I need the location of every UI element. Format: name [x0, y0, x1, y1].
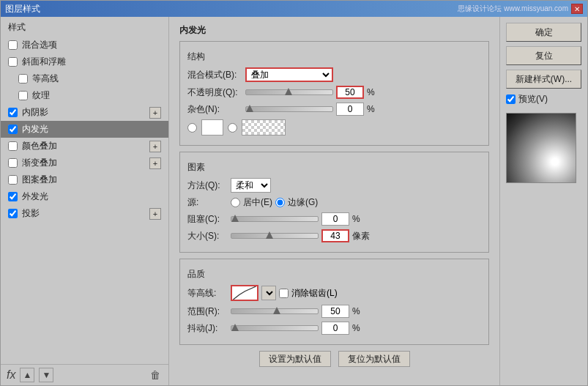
sidebar-item-neifaguang[interactable]: 内发光: [1, 121, 168, 138]
reset-default-button[interactable]: 复位为默认值: [338, 351, 410, 367]
checkbox-neifaguang[interactable]: [8, 125, 18, 134]
reset-button[interactable]: 复位: [506, 46, 581, 65]
label-neiyingying: 内阴影: [22, 106, 149, 119]
contour-row: 等高线: 消除锯齿(L): [187, 285, 481, 301]
method-select[interactable]: 柔和 精确: [231, 178, 271, 193]
size-slider[interactable]: [231, 233, 319, 239]
preview-gradient: [506, 113, 576, 183]
sidebar-item-tusandieja[interactable]: 图案叠加: [1, 171, 168, 188]
checkbox-hunhe[interactable]: [8, 40, 18, 50]
blend-mode-label: 混合模式(B):: [187, 69, 242, 81]
sidebar-item-hunhe[interactable]: 混合选项: [1, 37, 168, 53]
noise-slider[interactable]: [245, 106, 333, 112]
size-unit: 像素: [352, 230, 370, 242]
range-unit: %: [352, 306, 360, 316]
sidebar-item-yansedieja[interactable]: 颜色叠加 +: [1, 138, 168, 155]
radio-group-color: [187, 123, 197, 133]
sidebar-item-jiansedieja[interactable]: 渐变叠加 +: [1, 155, 168, 171]
method-label: 方法(Q):: [187, 179, 228, 192]
right-panel: 确定 复位 新建样式(W)... 预览(V): [499, 17, 587, 385]
checkbox-waifaguang[interactable]: [8, 192, 18, 201]
noise-input[interactable]: [336, 103, 364, 116]
radio-gradient[interactable]: [228, 123, 237, 133]
center-label: 居中(E): [243, 196, 272, 209]
label-hunhe: 混合选项: [22, 39, 161, 51]
sidebar-item-waifaguang[interactable]: 外发光: [1, 188, 168, 205]
plus-yansedieja[interactable]: +: [149, 141, 161, 152]
plus-jiansedieja[interactable]: +: [149, 157, 161, 169]
range-input[interactable]: [321, 305, 349, 318]
label-tusandieja: 图案叠加: [22, 174, 161, 186]
up-button[interactable]: ▲: [20, 368, 34, 382]
checkbox-denggaoxian[interactable]: [18, 74, 28, 83]
label-denggaoxian: 等高线: [32, 73, 161, 85]
source-label: 源:: [187, 196, 228, 209]
jitter-label: 抖动(J):: [187, 322, 228, 335]
noise-unit: %: [367, 104, 375, 114]
center-panel: 内发光 结构 混合模式(B): 叠加 正常 滤色 溶解 不透明度(Q):: [169, 17, 499, 385]
contour-preview[interactable]: [231, 285, 258, 301]
brand-text: 思缘设计论坛 www.missyuan.com: [458, 4, 568, 14]
preview-label: 预览(V): [518, 93, 548, 105]
antialias-label: 消除锯齿(L): [291, 287, 338, 300]
sidebar-item-xieshe[interactable]: 斜面和浮雕: [1, 53, 168, 70]
gradient-swatch[interactable]: [242, 119, 286, 136]
range-label: 范围(R):: [187, 305, 228, 318]
plus-touying[interactable]: +: [149, 208, 161, 220]
jitter-input[interactable]: [321, 322, 349, 335]
radio-center[interactable]: [231, 198, 240, 207]
source-row: 源: 居中(E) 边缘(G): [187, 196, 481, 209]
label-wenli: 纹理: [32, 89, 161, 102]
jitter-slider[interactable]: [231, 325, 319, 331]
range-slider[interactable]: [231, 308, 319, 314]
range-row: 范围(R): %: [187, 305, 481, 318]
confirm-button[interactable]: 确定: [506, 23, 581, 42]
close-button[interactable]: ✕: [571, 4, 583, 14]
trash-button[interactable]: 🗑: [148, 368, 163, 382]
plus-neiyingying[interactable]: +: [149, 107, 161, 119]
opacity-unit: %: [367, 87, 375, 97]
dialog: 图层样式 思缘设计论坛 www.missyuan.com ✕ 样式 混合选项 斜…: [0, 0, 588, 386]
sidebar-item-wenli[interactable]: 纹理: [1, 87, 168, 104]
checkbox-jiansedieja[interactable]: [8, 158, 18, 168]
label-jiansedieja: 渐变叠加: [22, 157, 149, 169]
size-input[interactable]: [321, 229, 349, 242]
new-style-button[interactable]: 新建样式(W)...: [506, 70, 581, 89]
preview-checkbox[interactable]: [506, 94, 516, 104]
sidebar-item-denggaoxian[interactable]: 等高线: [1, 70, 168, 87]
checkbox-xieshe[interactable]: [8, 57, 18, 67]
contour-dropdown[interactable]: [261, 286, 276, 300]
opacity-label: 不透明度(Q):: [187, 86, 242, 99]
set-default-button[interactable]: 设置为默认值: [259, 351, 331, 367]
down-button[interactable]: ▼: [39, 368, 53, 382]
left-footer: fx ▲ ▼ 🗑: [1, 364, 168, 385]
struct-section: 结构 混合模式(B): 叠加 正常 滤色 溶解 不透明度(Q):: [179, 41, 489, 146]
blocked-row: 阻塞(C): %: [187, 212, 481, 226]
checkbox-wenli[interactable]: [18, 91, 28, 100]
antialias-checkbox[interactable]: [279, 289, 289, 298]
checkbox-touying[interactable]: [8, 209, 18, 218]
label-waifaguang: 外发光: [22, 190, 161, 203]
checkbox-yansedieja[interactable]: [8, 141, 18, 151]
opacity-slider[interactable]: [245, 89, 333, 95]
label-xieshe: 斜面和浮雕: [22, 56, 161, 68]
sidebar-item-neiyingying[interactable]: 内阴影 +: [1, 104, 168, 121]
blocked-input[interactable]: [321, 212, 349, 226]
blocked-slider[interactable]: [231, 216, 319, 222]
blend-mode-select[interactable]: 叠加 正常 滤色 溶解: [245, 67, 333, 82]
radio-edge[interactable]: [275, 198, 285, 207]
checkbox-neiyingying[interactable]: [8, 108, 18, 117]
struct-title: 结构: [187, 51, 481, 63]
noise-row: 杂色(N): %: [187, 103, 481, 116]
dialog-body: 样式 混合选项 斜面和浮雕 等高线 纹理: [1, 17, 587, 385]
radio-solid[interactable]: [187, 123, 197, 133]
opacity-input[interactable]: [336, 86, 364, 99]
fx-label: fx: [7, 368, 15, 382]
color-swatch[interactable]: [201, 119, 223, 136]
pixel-title: 图素: [187, 161, 481, 174]
noise-label: 杂色(N):: [187, 103, 242, 116]
checkbox-tusandieja[interactable]: [8, 175, 18, 185]
sidebar-item-touying[interactable]: 投影 +: [1, 205, 168, 222]
method-row: 方法(Q): 柔和 精确: [187, 178, 481, 193]
blocked-unit: %: [352, 214, 360, 224]
